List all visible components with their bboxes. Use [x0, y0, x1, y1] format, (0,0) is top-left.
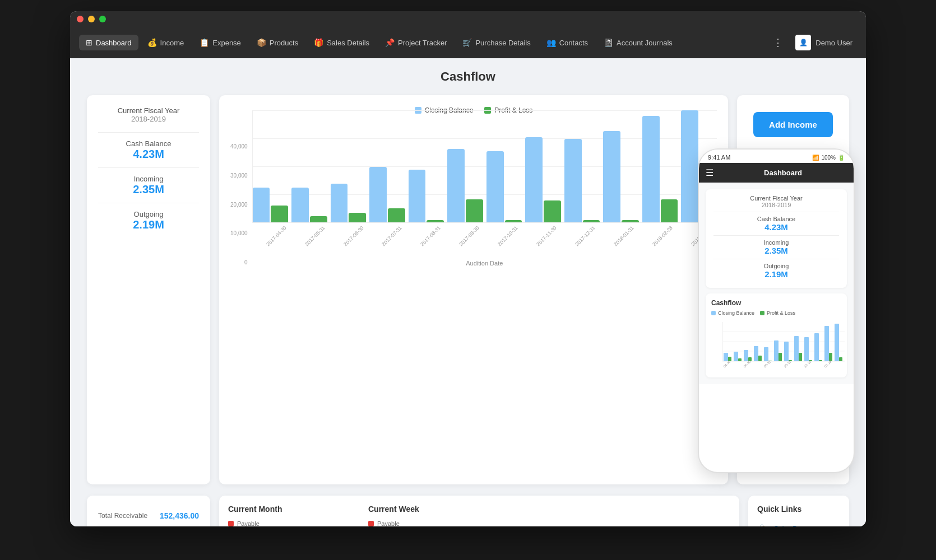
- blue-bar: [642, 116, 660, 222]
- nav-expense[interactable]: 📋 Expense: [193, 35, 248, 50]
- svg-rect-6: [734, 352, 738, 361]
- blue-bar: [681, 110, 698, 222]
- blue-bar: [486, 151, 504, 222]
- x-axis-label: 2017-06-30: [339, 222, 368, 251]
- add-income-button[interactable]: Add Income: [753, 112, 833, 137]
- bar-group: [409, 170, 444, 222]
- stats-card: Current Fiscal Year 2018-2019 Cash Balan…: [87, 95, 210, 484]
- svg-rect-28: [839, 357, 842, 361]
- minimize-button[interactable]: [88, 16, 95, 22]
- bar-group: [603, 131, 639, 222]
- top-row: Current Fiscal Year 2018-2019 Cash Balan…: [87, 95, 849, 484]
- svg-rect-8: [754, 346, 758, 361]
- nav-products[interactable]: 📦 Products: [250, 35, 305, 50]
- blue-bar: [603, 131, 620, 222]
- fiscal-year-label: Current Fiscal Year: [98, 106, 199, 115]
- svg-rect-22: [779, 353, 782, 361]
- bars-area: [252, 110, 717, 223]
- blue-bar: [291, 188, 309, 222]
- titlebar: [70, 11, 866, 27]
- bar-group: [369, 167, 405, 222]
- blue-bar: [409, 170, 426, 222]
- bar-group: [331, 184, 367, 222]
- bar-group: [525, 137, 561, 222]
- sales-icon: 🎁: [314, 38, 323, 47]
- green-bar: [505, 220, 522, 222]
- cashflow-chart: Closing Balance Profit & Loss 40,000 30,…: [219, 95, 728, 484]
- svg-rect-24: [799, 353, 802, 361]
- green-bar: [544, 200, 561, 222]
- x-axis-label: 2017-12-31: [571, 222, 600, 251]
- nav-income[interactable]: 💰 Income: [141, 35, 191, 50]
- blue-bar: [331, 184, 348, 222]
- bar-group: [447, 149, 483, 222]
- x-axis-label: 2017-07-31: [378, 222, 407, 251]
- nav-purchase-details[interactable]: 🛒 Purchase Details: [456, 35, 537, 50]
- svg-rect-5: [724, 353, 728, 361]
- bar-group: [253, 188, 289, 222]
- contacts-icon: 👥: [546, 38, 556, 47]
- svg-rect-13: [804, 337, 809, 361]
- svg-rect-14: [814, 333, 819, 361]
- svg-rect-11: [784, 342, 789, 361]
- user-menu[interactable]: 👤 Demo User: [791, 32, 857, 53]
- expense-icon: 📋: [200, 38, 209, 47]
- close-button[interactable]: [77, 16, 84, 22]
- dashboard-icon: ⊞: [86, 38, 92, 47]
- app-window: ⊞ Dashboard 💰 Income 📋 Expense 📦 Product…: [70, 11, 866, 526]
- purchase-icon: 🛒: [462, 38, 472, 47]
- green-bar: [466, 199, 483, 222]
- donut-section: Current Month Payable Receiva...: [219, 496, 739, 526]
- page-title: Cashflow: [87, 69, 849, 84]
- nav-dashboard[interactable]: ⊞ Dashboard: [79, 35, 138, 50]
- green-bar: [310, 216, 327, 222]
- maximize-button[interactable]: [99, 16, 106, 22]
- svg-rect-16: [835, 324, 839, 361]
- nav-contacts[interactable]: 👥 Contacts: [540, 35, 595, 50]
- nav-account-journals[interactable]: 📓 Account Journals: [597, 35, 679, 50]
- mobile-stats-card: Current Fiscal Year 2018-2019 Cash Balan…: [706, 189, 847, 288]
- nav-project-tracker[interactable]: 📌 Project Tracker: [378, 35, 453, 50]
- bar-group: [291, 188, 327, 222]
- products-icon: 📦: [257, 38, 266, 47]
- green-bar: [622, 220, 639, 222]
- mobile-status-bar: 9:41 AM 📶 100% 🔋: [699, 150, 854, 163]
- x-axis-label: 2017-09-30: [455, 222, 484, 251]
- x-axis-label: 2018-01-31: [609, 222, 638, 251]
- blue-bar: [525, 137, 543, 222]
- svg-rect-15: [824, 326, 829, 361]
- mobile-menu-icon: ☰: [706, 167, 713, 178]
- current-week-chart: Current Week Payable Receiva...: [368, 505, 492, 526]
- more-menu-button[interactable]: ⋮: [767, 33, 789, 52]
- income-icon: 💰: [147, 38, 157, 47]
- green-bar: [661, 199, 678, 222]
- svg-rect-12: [794, 336, 799, 361]
- quick-link-sales[interactable]: 🏷️ Sales D...: [757, 520, 840, 526]
- fiscal-year-value: 2018-2019: [98, 115, 199, 123]
- quick-links-card: Quick Links 🏷️ Sales D... 📋 Projec... 📒 …: [748, 496, 849, 526]
- nav-sales-details[interactable]: 🎁 Sales Details: [307, 35, 376, 50]
- green-bar: [583, 220, 600, 222]
- user-avatar: 👤: [795, 35, 811, 50]
- sales-link-icon: 🏷️: [759, 524, 770, 526]
- green-bar: [271, 206, 288, 222]
- green-bar: [349, 213, 366, 222]
- bar-group: [564, 139, 600, 222]
- incoming-stat: Incoming 2.35M: [98, 175, 199, 196]
- finance-cards: Total Receivable 152,436.00 Current 87,2…: [87, 496, 210, 526]
- x-axis-label: 2018-02-28: [648, 222, 677, 251]
- svg-rect-18: [738, 358, 742, 361]
- x-axis-label: 2017-11-30: [532, 222, 561, 251]
- chart-x-title: Audition Date: [252, 260, 717, 267]
- green-bar: [388, 208, 405, 222]
- y-axis: 40,000 30,000 20,000 10,000 0: [230, 143, 248, 267]
- bar-group: [642, 116, 678, 222]
- bottom-row: Total Receivable 152,436.00 Current 87,2…: [87, 496, 849, 526]
- blue-bar: [369, 167, 387, 222]
- x-axis-label: 2017-05-31: [300, 222, 330, 251]
- journals-icon: 📓: [604, 38, 613, 47]
- svg-rect-7: [744, 350, 748, 361]
- bar-group: [486, 151, 522, 222]
- mobile-mini-chart: 04-30 06-30 08-31 10-31 12-31 02-28: [711, 319, 846, 370]
- cash-balance-stat: Cash Balance 4.23M: [98, 139, 199, 161]
